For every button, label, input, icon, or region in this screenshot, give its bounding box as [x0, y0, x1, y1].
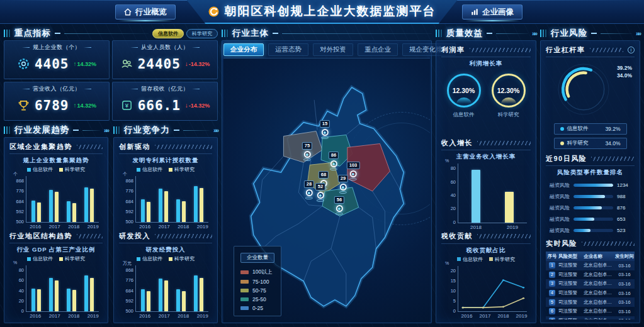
tab-运营态势[interactable]: 运营态势 — [268, 43, 308, 56]
callout-science-research: 34.0% — [617, 72, 632, 79]
toggle-信息软件[interactable]: 信息软件 — [152, 29, 184, 38]
tab-重点企业[interactable]: 重点企业 — [358, 43, 398, 56]
nav-left-label: 行业概览 — [135, 7, 167, 18]
legend-swatch-icon — [59, 257, 63, 261]
map-marker[interactable]: 56 — [334, 196, 344, 215]
card-change: ↑ 14.32% — [74, 60, 97, 67]
card-value: 6789 — [35, 98, 69, 113]
risk-type: 司法预警 — [558, 280, 584, 287]
axis-tick: 80 — [19, 267, 24, 273]
section-title: 收入增长 — [441, 138, 473, 148]
bar — [49, 278, 53, 311]
risk-table-row[interactable]: 6司法预警北京启创卓越科技有限公司03-16 — [546, 307, 635, 316]
chart-title: 发明专利累计授权数量 — [119, 157, 212, 165]
axis-label: 2016 — [30, 224, 41, 230]
legend-swatch-icon — [137, 168, 140, 172]
chart-title: 规上企业数量集聚趋势 — [9, 157, 103, 165]
risk-type: 司法预警 — [558, 290, 584, 296]
plot-area — [26, 176, 99, 223]
company-name: 北京启创卓越科技有限公司 — [584, 272, 614, 278]
toggle-科学研究[interactable]: 科学研究 — [186, 29, 218, 38]
axis-label: 2019 — [197, 224, 208, 230]
plot-area — [458, 266, 527, 312]
card-enterprise-count: 规上企业数（个） 4405 ↑ 14.32% — [4, 40, 110, 79]
marker-value: 103 — [347, 162, 360, 169]
axis-tick: 592 — [125, 209, 133, 214]
title-dash — [55, 33, 60, 34]
risk-table-row[interactable]: 1司法预警北京启创卓越科技有限公司03-16 — [546, 261, 635, 270]
more-chevrons-icon[interactable]: »» — [104, 127, 108, 134]
occur-time: 03-16 — [614, 291, 635, 296]
map-marker[interactable]: 28 — [304, 180, 314, 199]
rank-label: 融资风险 — [547, 204, 570, 211]
bar — [141, 289, 145, 311]
risk-table-row[interactable]: 5司法预警北京启创卓越科技有限公司03-16 — [546, 297, 635, 307]
map-marker[interactable]: 75 — [302, 142, 312, 161]
x-axis: 2016201720182019 — [9, 313, 103, 319]
patent-chart: 发明专利累计授权数量信息软件科学研究个868776684592500201620… — [119, 155, 212, 230]
risk-rank-row: 融资风险653 — [547, 216, 633, 223]
more-chevrons-icon[interactable]: »» — [213, 127, 218, 134]
axis-tick: 592 — [125, 298, 133, 304]
bar — [31, 201, 35, 222]
axis-label: 2016 — [30, 313, 41, 319]
map-marker[interactable]: 15 — [320, 120, 330, 139]
realtime-table: 序号风险类型企业名称发生时间1司法预警北京启创卓越科技有限公司03-162司法预… — [546, 252, 635, 319]
axis-label: 2019 — [88, 313, 99, 319]
tab-企业分布[interactable]: 企业分布 — [223, 43, 264, 56]
gauge-信息软件: 12.30%信息软件 — [447, 74, 481, 119]
more-chevrons-icon[interactable]: »» — [636, 30, 640, 37]
axis-label: 2017 — [49, 313, 60, 319]
section-title: 研发投入 — [119, 231, 150, 241]
company-name: 北京启创卓越科技有限公司 — [584, 308, 614, 314]
bar — [159, 279, 162, 311]
risk-rank-row: 融资风险1234 — [547, 182, 633, 189]
realtime-risk-section: 实时风险 序号风险类型企业名称发生时间1司法预警北京启创卓越科技有限公司03-1… — [546, 238, 635, 319]
up-arrow-icon: ↑ — [74, 102, 77, 109]
y-axis-unit: 万元 — [123, 260, 132, 267]
change-value: 14.32% — [77, 103, 97, 109]
more-chevrons-icon[interactable]: »» — [532, 30, 536, 37]
bar — [182, 201, 186, 222]
risk-type: 司法预警 — [558, 318, 584, 319]
pin-icon — [306, 189, 313, 196]
axis-tick: 868 — [125, 178, 133, 184]
map-marker[interactable]: 52 — [315, 183, 325, 202]
pin-ring-icon — [349, 178, 357, 180]
row-index-badge: 1 — [549, 262, 555, 269]
tab-对外投资[interactable]: 对外投资 — [313, 43, 353, 56]
legend-swatch-icon — [27, 257, 31, 261]
nav-enterprise-portrait[interactable]: 企业画像 — [462, 4, 523, 19]
map-marker[interactable]: 86 — [329, 152, 339, 170]
hatch-decoration — [590, 48, 624, 52]
map-marker[interactable]: 103 — [347, 162, 360, 180]
change-value: -14.32% — [189, 61, 210, 67]
industry-main-panel: 行业主体 企业分布运营态势对外投资重点企业规企变化排名 — [222, 26, 432, 323]
rank-bar-fill — [573, 206, 602, 209]
donut-callouts: 39.2% 34.0% — [617, 64, 632, 79]
hatch-decoration — [591, 157, 635, 161]
risk-table-row[interactable]: 2司法预警北京启创卓越科技有限公司03-16 — [546, 270, 635, 280]
legend-label: 50-75 — [252, 287, 266, 294]
risk-table-row[interactable]: 3司法预警北京启创卓越科技有限公司03-16 — [546, 279, 635, 289]
nav-industry-overview[interactable]: 行业概览 — [115, 4, 176, 19]
risk-table-row[interactable]: 7司法预警北京启创卓越科技有限公司03-16 — [546, 316, 635, 319]
legend-dot-icon — [560, 127, 564, 131]
map-marker[interactable]: 29 — [338, 175, 348, 194]
legend-value: 34.0% — [605, 140, 620, 147]
info-icon[interactable] — [628, 47, 635, 53]
pin-icon — [336, 205, 343, 212]
card-value: 24405 — [138, 57, 181, 72]
card-change: ↓ -14.32% — [185, 60, 210, 67]
legend-item: 0-25 — [240, 305, 274, 311]
pin-ring-icon — [317, 199, 324, 202]
gauge-value: 12.30% — [453, 87, 475, 94]
axis-label: 2018 — [68, 313, 79, 319]
risk-table-row[interactable]: 4司法预警北京启创卓越科技有限公司03-16 — [546, 289, 635, 298]
chart-legend-item: 科学研究 — [59, 166, 85, 173]
bar — [472, 170, 480, 223]
industry-trend-title: 行业发展趋势 — [14, 125, 69, 136]
risk-type: 司法预警 — [558, 299, 584, 306]
pin-ring-icon — [330, 168, 337, 170]
chart-title: 行业 GDP 占第三产业比例 — [9, 246, 103, 254]
